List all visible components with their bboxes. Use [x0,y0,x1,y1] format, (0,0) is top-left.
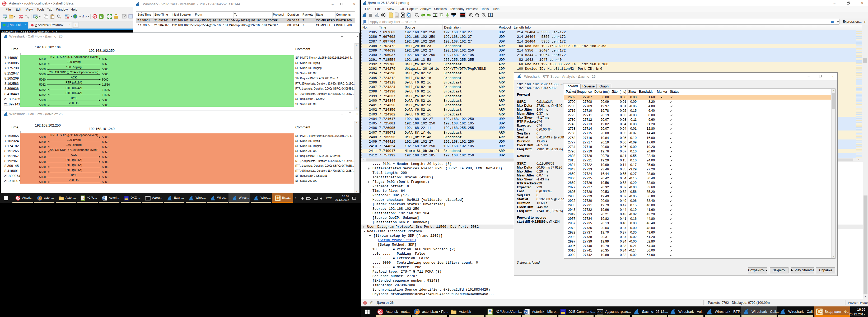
svg-text:D: D [100,15,102,18]
svg-text:010: 010 [396,15,398,17]
svg-text:A: A [82,14,85,19]
svg-text:W: W [102,197,105,200]
svg-text:W: W [524,310,527,314]
svg-text:C:\_: C:\_ [597,311,603,314]
svg-text:C:\_: C:\_ [146,198,151,200]
